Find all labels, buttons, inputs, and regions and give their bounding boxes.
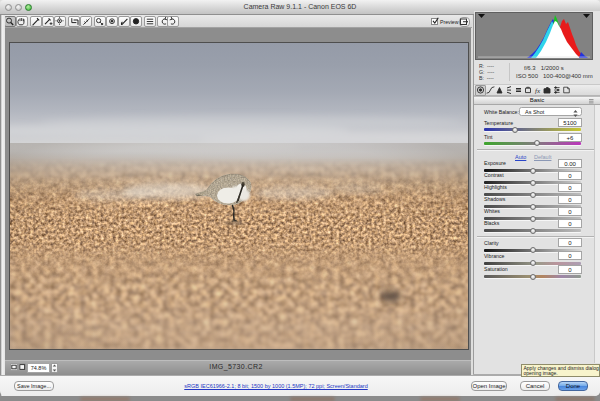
svg-text:fx: fx [535,87,541,95]
